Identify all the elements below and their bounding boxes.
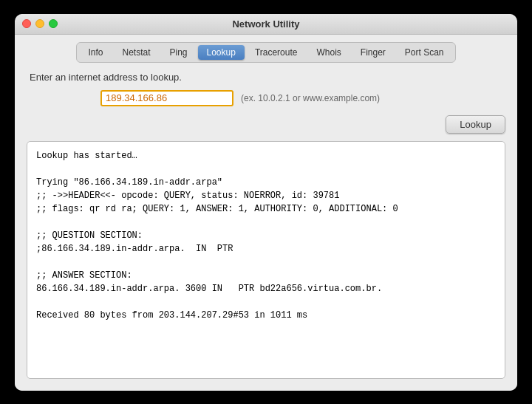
tab-portscan[interactable]: Port Scan (396, 45, 453, 60)
traffic-lights (22, 19, 58, 28)
app-window: Network Utility Info Netstat Ping Lookup… (15, 14, 517, 391)
tab-whois[interactable]: Whois (307, 45, 349, 60)
maximize-button[interactable] (49, 19, 58, 28)
lookup-button[interactable]: Lookup (446, 115, 505, 134)
tab-traceroute[interactable]: Traceroute (246, 45, 307, 60)
output-area: Lookup has started… Trying "86.166.34.18… (27, 141, 505, 379)
close-button[interactable] (22, 19, 31, 28)
minimize-button[interactable] (35, 19, 44, 28)
input-row: (ex. 10.0.2.1 or www.example.com) (27, 90, 505, 106)
tab-info[interactable]: Info (79, 45, 112, 60)
window-title: Network Utility (232, 18, 299, 30)
tab-ping[interactable]: Ping (160, 45, 196, 60)
prompt-label: Enter an internet address to lookup. (30, 72, 505, 83)
tab-lookup[interactable]: Lookup (198, 45, 245, 60)
address-input[interactable] (100, 90, 233, 106)
tab-bar: Info Netstat Ping Lookup Traceroute Whoi… (76, 42, 455, 63)
main-content: Info Netstat Ping Lookup Traceroute Whoi… (15, 35, 517, 391)
lookup-row: Lookup (27, 115, 505, 134)
title-bar: Network Utility (15, 14, 517, 35)
tab-finger[interactable]: Finger (352, 45, 395, 60)
tab-netstat[interactable]: Netstat (113, 45, 159, 60)
example-text: (ex. 10.0.2.1 or www.example.com) (241, 93, 380, 103)
